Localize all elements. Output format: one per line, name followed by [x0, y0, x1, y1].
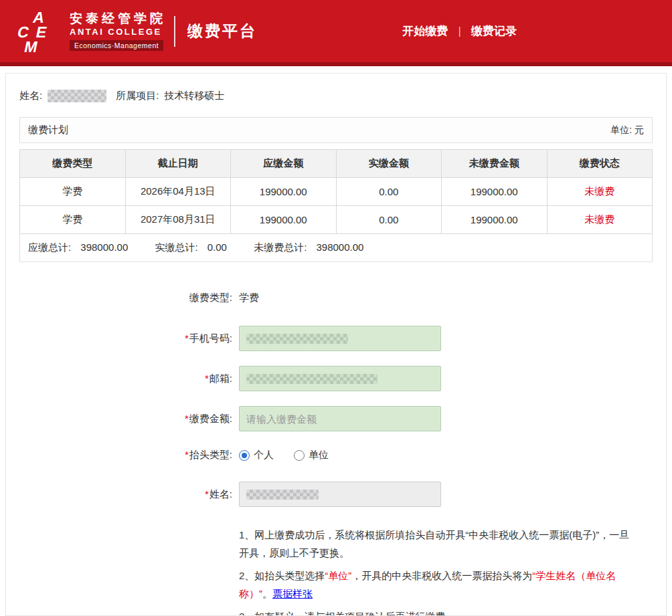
payment-notes: 1、网上缴费成功后，系统将根据所填抬头自动开具“中央非税收入统一票据(电子)”，… [239, 526, 635, 616]
cell-due: 199000.00 [231, 206, 337, 234]
phone-label: *手机号码: [19, 332, 232, 345]
payment-type-value: 学费 [239, 292, 259, 304]
school-subtitle: Economics·Management [70, 40, 163, 51]
redacted-email-value [246, 374, 377, 384]
payment-plan-table: 缴费类型 截止日期 应缴金额 实缴金额 未缴费金额 缴费状态 学费 2026年0… [19, 149, 653, 234]
cell-unpaid: 199000.00 [442, 206, 548, 234]
plan-section-header: 缴费计划 单位: 元 [19, 117, 653, 143]
cell-paid: 0.00 [336, 178, 442, 206]
radio-company[interactable]: 单位 [294, 449, 329, 461]
email-field[interactable] [239, 366, 441, 391]
email-label: *邮箱: [19, 373, 232, 385]
page-title: 缴费平台 [187, 21, 257, 41]
phone-row: *手机号码: [19, 326, 653, 351]
receipt-sample-link[interactable]: 票据样张 [272, 588, 313, 599]
head-type-label: *抬头类型: [19, 449, 232, 461]
required-mark: * [185, 332, 189, 344]
radio-unselected-icon [294, 450, 305, 461]
radio-personal[interactable]: 个人 [239, 449, 274, 461]
total-unpaid-value: 398000.00 [316, 241, 363, 253]
email-label-text: 邮箱: [209, 373, 232, 384]
plan-row: 学费 2027年08月31日 199000.00 0.00 199000.00 … [20, 206, 653, 234]
plan-totals-row: 应缴总计: 398000.00 实缴总计: 0.00 未缴费总计: 398000… [19, 234, 653, 262]
cell-deadline: 2027年08月31日 [125, 206, 231, 234]
note-2: 2、如抬头类型选择“单位”，开具的中央非税收入统一票据抬头将为“学生姓名（单位名… [239, 567, 635, 603]
project-label: 所属项目: [116, 90, 159, 102]
content-card: 姓名: 所属项目: 技术转移硕士 缴费计划 单位: 元 缴费类型 截止日期 应缴… [5, 73, 667, 616]
required-mark: * [205, 373, 209, 384]
cell-paid: 0.00 [336, 206, 442, 234]
acem-logo-icon: A C E M [9, 7, 64, 56]
cell-type: 学费 [20, 206, 126, 234]
required-mark: * [185, 413, 189, 424]
total-paid-value: 0.00 [207, 241, 227, 253]
school-name-en: ANTAI COLLEGE [70, 27, 166, 37]
note-2-text-a: 2、如抬头类型选择 [239, 570, 325, 581]
note-2-text-b: ，开具的中央非税收入统一票据抬头将为 [351, 570, 532, 581]
note-2-highlight-company: “单位” [325, 570, 351, 581]
status-badge: 未缴费 [547, 206, 653, 234]
total-due-value: 398000.00 [80, 241, 128, 253]
amount-label-text: 缴费金额: [189, 413, 232, 424]
col-due: 应缴金额 [231, 150, 337, 178]
nav-separator: ｜ [454, 25, 465, 37]
redacted-student-name [48, 90, 106, 102]
col-type: 缴费类型 [20, 150, 126, 178]
col-unpaid: 未缴费金额 [442, 150, 548, 178]
radio-selected-icon [239, 450, 250, 461]
name-label-text: 姓名: [209, 488, 232, 500]
payment-type-row: 缴费类型: 学费 [19, 292, 653, 304]
student-info-row: 姓名: 所属项目: 技术转移硕士 [19, 84, 653, 117]
radio-company-label: 单位 [309, 449, 329, 461]
payment-type-label: 缴费类型: [19, 292, 232, 304]
school-name-cn: 安泰经管学院 [70, 11, 166, 26]
total-due-label: 应缴总计: [28, 241, 71, 253]
note-3-text: 3、如有疑义，请与相关项目确认后再进行缴费。 [239, 611, 455, 616]
nav-payment-records[interactable]: 缴费记录 [471, 23, 517, 39]
head-type-row: *抬头类型: 个人 单位 [19, 446, 653, 464]
note-1: 1、网上缴费成功后，系统将根据所填抬头自动开具“中央非税收入统一票据(电子)”，… [239, 526, 635, 562]
col-paid: 实缴金额 [336, 150, 442, 178]
phone-input[interactable] [239, 326, 441, 351]
cell-deadline: 2026年04月13日 [125, 178, 231, 206]
total-unpaid-label: 未缴费总计: [254, 241, 307, 253]
cell-due: 199000.00 [231, 178, 337, 206]
header-accent-strip [0, 62, 672, 66]
note-1-text: 1、网上缴费成功后，系统将根据所填抬头自动开具“中央非税收入统一票据(电子)”，… [239, 529, 629, 558]
total-paid-label: 实缴总计: [155, 241, 197, 253]
email-row: *邮箱: [19, 366, 653, 391]
nav-start-payment[interactable]: 开始缴费 [402, 23, 448, 39]
project-value: 技术转移硕士 [164, 90, 224, 102]
plan-unit: 单位: 元 [610, 124, 644, 136]
note-3: 3、如有疑义，请与相关项目确认后再进行缴费。 [239, 607, 635, 616]
col-deadline: 截止日期 [125, 150, 231, 178]
amount-input[interactable] [239, 406, 441, 431]
required-mark: * [205, 488, 209, 500]
head-type-label-text: 抬头类型: [189, 449, 232, 460]
name-field[interactable] [239, 482, 441, 507]
required-mark: * [185, 449, 189, 460]
name-row: *姓名: [19, 482, 653, 507]
col-status: 缴费状态 [547, 150, 653, 178]
name-label: *姓名: [19, 488, 232, 501]
school-lockup: 安泰经管学院 ANTAI COLLEGE Economics·Managemen… [70, 11, 166, 52]
radio-personal-label: 个人 [254, 449, 274, 461]
plan-title: 缴费计划 [28, 124, 68, 136]
phone-label-text: 手机号码: [189, 332, 232, 344]
amount-label: *缴费金额: [19, 413, 232, 425]
logo-letter-m: M [23, 38, 39, 56]
header-nav: 开始缴费 ｜ 缴费记录 [402, 23, 517, 39]
plan-row: 学费 2026年04月13日 199000.00 0.00 199000.00 … [20, 178, 653, 206]
cell-type: 学费 [20, 178, 126, 206]
logo-divider [174, 16, 175, 47]
student-name-label: 姓名: [19, 90, 42, 102]
status-badge: 未缴费 [547, 178, 653, 206]
app-header: A C E M 安泰经管学院 ANTAI COLLEGE Economics·M… [0, 0, 672, 62]
table-header-row: 缴费类型 截止日期 应缴金额 实缴金额 未缴费金额 缴费状态 [20, 150, 653, 178]
cell-unpaid: 199000.00 [442, 178, 548, 206]
payment-form: 缴费类型: 学费 *手机号码: *邮箱: *缴费金额: [19, 292, 653, 507]
redacted-phone-value [246, 334, 348, 344]
amount-row: *缴费金额: [19, 406, 653, 431]
note-2-text-c: 。 [262, 588, 272, 599]
redacted-name-value [246, 490, 319, 500]
